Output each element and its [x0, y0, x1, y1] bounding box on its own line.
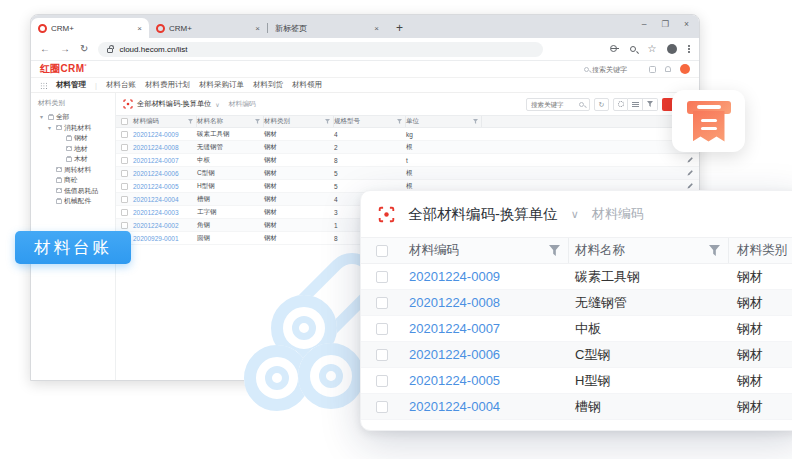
filter-icon[interactable] — [709, 245, 720, 256]
edit-icon[interactable] — [687, 183, 693, 189]
row-checkbox[interactable] — [121, 144, 128, 151]
zoom-icon[interactable] — [630, 46, 636, 52]
tree-item-machine-parts[interactable]: 机械配件 — [38, 196, 113, 207]
window-close-button[interactable]: × — [684, 20, 689, 29]
edit-icon[interactable] — [687, 170, 693, 176]
tree-item-low-value[interactable]: 低值易耗品 — [38, 186, 113, 197]
material-code-link[interactable]: 20201224-0004 — [403, 399, 569, 414]
list-search-box[interactable] — [526, 98, 590, 111]
nav-item-cost-plan[interactable]: 材料费用计划 — [145, 80, 190, 90]
material-code-link[interactable]: 20201224-0006 — [133, 170, 197, 177]
bookmark-star-icon[interactable]: ☆ — [647, 44, 656, 54]
select-all-checkbox[interactable] — [121, 118, 128, 125]
user-avatar[interactable] — [680, 64, 690, 74]
browser-profile-avatar[interactable] — [667, 44, 677, 54]
row-checkbox[interactable] — [121, 196, 128, 203]
edit-icon[interactable] — [687, 157, 693, 163]
view-title[interactable]: 全部材料编码-换算单位 — [408, 205, 558, 224]
material-code-link[interactable]: 20201224-0007 — [403, 321, 569, 336]
row-checkbox[interactable] — [376, 271, 388, 283]
material-code-link[interactable]: 20201224-0008 — [403, 295, 569, 310]
row-checkbox[interactable] — [121, 222, 128, 229]
chevron-down-icon[interactable]: ∨ — [571, 208, 579, 221]
tree-item-all[interactable]: ▾ 全部 — [38, 112, 113, 123]
table-row[interactable]: 20201224-0006 C型钢 钢材 5 根 — [116, 167, 699, 180]
material-code-link[interactable]: 20201224-0007 — [133, 157, 197, 164]
row-checkbox[interactable] — [376, 349, 388, 361]
material-code-link[interactable]: 20201224-0006 — [403, 347, 569, 362]
table-row[interactable]: 20201224-0007 中板 钢材 — [361, 316, 792, 342]
row-checkbox[interactable] — [121, 209, 128, 216]
chevron-down-icon[interactable]: ▾ — [40, 114, 45, 120]
material-code-link[interactable]: 20201224-0002 — [133, 222, 197, 229]
tab-close-icon[interactable]: × — [255, 24, 260, 33]
row-checkbox[interactable] — [376, 323, 388, 335]
row-checkbox[interactable] — [121, 157, 128, 164]
browser-tab-newtab[interactable]: 新标签页 × — [268, 18, 386, 38]
row-checkbox[interactable] — [376, 401, 388, 413]
table-row[interactable]: 20201224-0005 H型钢 钢材 — [361, 368, 792, 394]
chevron-down-icon[interactable]: ∨ — [215, 101, 219, 108]
apps-icon[interactable] — [649, 66, 656, 73]
filter-button[interactable] — [643, 98, 658, 111]
filter-icon[interactable] — [188, 119, 193, 124]
back-icon[interactable]: ← — [40, 44, 50, 54]
columns-button[interactable] — [628, 98, 643, 111]
refresh-button[interactable]: ↻ — [594, 98, 609, 111]
tab-close-icon[interactable]: × — [374, 24, 379, 33]
bell-icon[interactable] — [665, 66, 671, 72]
browser-tab-crm-1[interactable]: CRM+ × — [31, 18, 149, 38]
password-key-icon[interactable] — [611, 48, 619, 51]
window-minimize-button[interactable]: – — [642, 20, 647, 29]
new-tab-button[interactable]: + — [396, 22, 403, 34]
grid-menu-icon[interactable] — [40, 82, 47, 89]
browser-menu-icon[interactable] — [688, 45, 690, 53]
table-row[interactable]: 20201224-0007 中板 钢材 8 t — [116, 154, 699, 167]
list-search-input[interactable] — [531, 101, 577, 108]
material-code-link[interactable]: 20201224-0008 — [133, 144, 197, 151]
tree-item-concrete[interactable]: 商砼 — [38, 175, 113, 186]
tree-item-wood[interactable]: 木材 — [38, 154, 113, 165]
nav-item-purchase-order[interactable]: 材料采购订单 — [199, 80, 244, 90]
table-row[interactable]: 20201224-0006 C型钢 钢材 — [361, 342, 792, 368]
tree-item-steel[interactable]: 钢材 — [38, 133, 113, 144]
row-checkbox[interactable] — [121, 131, 128, 138]
filter-icon[interactable] — [397, 119, 402, 124]
nav-item-material-ledger[interactable]: 材料台账 — [106, 80, 136, 90]
global-search-input[interactable] — [592, 66, 640, 73]
filter-icon[interactable] — [255, 119, 260, 124]
nav-item-requisition[interactable]: 材料领用 — [292, 80, 322, 90]
material-code-link[interactable]: 20201224-0005 — [133, 183, 197, 190]
material-code-link[interactable]: 20201224-0009 — [403, 269, 569, 284]
table-row[interactable]: 20201224-0009 碳素工具钢 钢材 4 kg — [116, 128, 699, 141]
tree-item-consumables[interactable]: ▾ 消耗材料 — [38, 123, 113, 134]
select-all-checkbox[interactable] — [376, 245, 388, 257]
tab-close-icon[interactable]: × — [137, 24, 142, 33]
material-code-link[interactable]: 20201224-0005 — [403, 373, 569, 388]
material-code-link[interactable]: 20201224-0003 — [133, 209, 197, 216]
settings-button[interactable] — [613, 98, 628, 111]
view-title[interactable]: 全部材料编码-换算单位 — [137, 99, 211, 109]
url-box[interactable]: cloud.hecom.cn/list — [98, 42, 543, 57]
row-checkbox[interactable] — [376, 375, 388, 387]
nav-item-arrival[interactable]: 材料到货 — [253, 80, 283, 90]
forward-icon[interactable]: → — [60, 44, 70, 54]
material-code-link[interactable]: 20201224-0004 — [133, 196, 197, 203]
table-row[interactable]: 20201224-0008 无缝钢管 钢材 — [361, 290, 792, 316]
window-maximize-button[interactable]: ❐ — [661, 20, 669, 29]
chevron-down-icon[interactable]: ▾ — [48, 125, 53, 131]
global-search[interactable] — [584, 66, 640, 73]
table-row[interactable]: 20201224-0009 碳素工具钢 钢材 — [361, 264, 792, 290]
filter-icon[interactable] — [549, 245, 560, 256]
material-code-link[interactable]: 20201224-0009 — [133, 131, 197, 138]
table-row[interactable]: 20201224-0008 无缝钢管 钢材 2 根 — [116, 141, 699, 154]
filter-icon[interactable] — [325, 119, 330, 124]
reload-icon[interactable]: ↻ — [80, 44, 88, 54]
filter-icon[interactable] — [473, 119, 478, 124]
row-checkbox[interactable] — [121, 183, 128, 190]
browser-tab-crm-2[interactable]: CRM+ × — [149, 18, 267, 38]
tree-item-turnover-material[interactable]: 周转材料 — [38, 165, 113, 176]
row-checkbox[interactable] — [376, 297, 388, 309]
material-code-link[interactable]: 20200929-0001 — [133, 235, 197, 242]
table-row[interactable]: 20201224-0004 槽钢 钢材 — [361, 394, 792, 420]
